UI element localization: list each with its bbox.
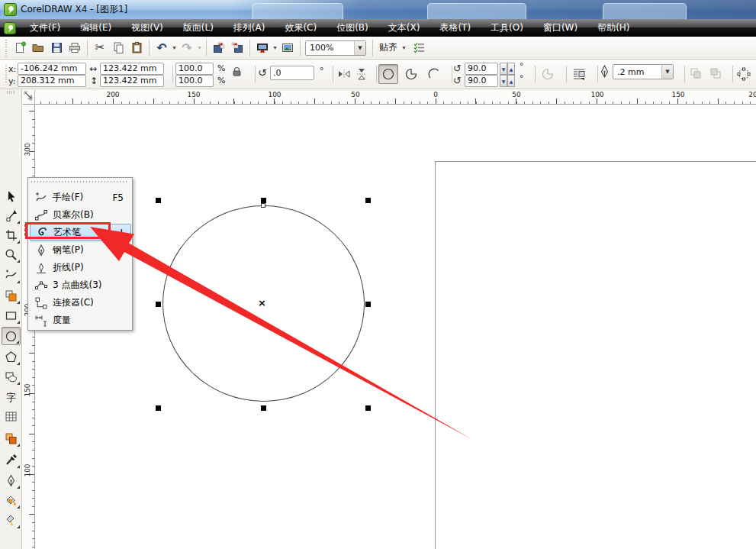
freehand-tool[interactable] (2, 266, 21, 284)
clockwise-arc-button[interactable] (538, 64, 558, 84)
ruler-origin[interactable] (23, 90, 35, 105)
flyout-item-pen[interactable]: 钢笔(P) (30, 241, 131, 259)
end-angle-field[interactable]: 90.0 (465, 75, 498, 87)
cut-button[interactable]: ✂ (91, 39, 109, 57)
selection-handle-top-right[interactable] (365, 198, 371, 203)
selection-handle-bottom-right[interactable] (365, 405, 371, 411)
scale-horizontal-field[interactable]: 100.0 (175, 63, 214, 75)
flyout-item-polyline[interactable]: 折线(P) (30, 259, 131, 276)
mirror-horizontal-button[interactable] (336, 66, 352, 82)
toolbox-grip[interactable] (7, 91, 16, 94)
interactive-blend-tool[interactable] (2, 429, 21, 447)
toolbar-grip[interactable] (5, 40, 8, 57)
selection-handle-middle-left[interactable] (156, 302, 161, 307)
flyout-tearoff-handle[interactable] (31, 180, 129, 184)
menu-text[interactable]: 文本(X) (378, 19, 430, 37)
save-button[interactable] (47, 39, 66, 57)
object-height-field[interactable]: 123.422 mm (100, 75, 164, 87)
interactive-fill-tool[interactable] (2, 511, 21, 529)
basic-shapes-tool[interactable] (2, 367, 21, 386)
to-back-button[interactable] (706, 64, 725, 82)
outline-width-arrow[interactable]: ▼ (661, 65, 673, 79)
menu-table[interactable]: 表格(T) (429, 19, 481, 37)
start-angle-up-button[interactable]: ▲ (507, 63, 515, 75)
undo-dropdown-arrow[interactable]: ▾ (171, 44, 178, 51)
selection-handle-bottom-center[interactable] (261, 405, 266, 411)
object-center-mark[interactable]: × (258, 297, 266, 308)
start-angle-field[interactable]: 90.0 (465, 63, 498, 75)
application-launcher-button[interactable] (253, 39, 272, 57)
menu-bitmaps[interactable]: 位图(B) (327, 19, 378, 37)
flyout-item-3-point-curve[interactable]: 3 点曲线(3) (30, 276, 131, 294)
zoom-tool[interactable] (2, 245, 21, 263)
lock-ratio-button[interactable] (230, 65, 243, 79)
y-position-field[interactable]: 208.312 mm (18, 75, 86, 87)
pie-mode-button[interactable] (401, 64, 421, 84)
menu-help[interactable]: 帮助(H) (587, 19, 639, 37)
flyout-item-dimension[interactable]: 度量 (30, 312, 131, 329)
selection-handle-middle-right[interactable] (365, 302, 371, 307)
selection-handle-top-center[interactable] (261, 198, 266, 203)
selection-handle-bottom-left[interactable] (156, 405, 161, 411)
outline-pen-tool[interactable] (2, 471, 21, 489)
menu-arrange[interactable]: 排列(A) (224, 19, 275, 37)
rectangle-tool[interactable] (2, 306, 21, 325)
welcome-screen-button[interactable] (278, 39, 297, 57)
drawing-canvas[interactable]: × (35, 105, 756, 549)
undo-button[interactable]: ↶ (153, 39, 171, 57)
table-tool[interactable] (2, 407, 21, 425)
zoom-combo-arrow[interactable]: ▼ (354, 41, 365, 55)
ellipse-node[interactable] (261, 203, 265, 208)
menu-file[interactable]: 文件(F) (20, 19, 70, 37)
launcher-dropdown-arrow[interactable]: ▾ (272, 44, 278, 51)
scale-vertical-field[interactable]: 100.0 (175, 75, 214, 87)
flyout-item-connector[interactable]: 连接器(C) (30, 294, 131, 312)
smart-fill-tool[interactable] (2, 286, 21, 305)
redo-dropdown-arrow[interactable]: ▾ (196, 44, 203, 51)
start-angle-down-button[interactable]: ▼ (500, 63, 507, 75)
rotation-angle-field[interactable]: .0 (270, 66, 314, 80)
arc-mode-button[interactable] (424, 64, 444, 84)
new-document-button[interactable] (11, 39, 29, 57)
eyedropper-tool[interactable] (2, 451, 21, 469)
outline-width-combobox[interactable]: .2 mm ▼ (613, 64, 674, 79)
x-position-field[interactable]: -106.242 mm (18, 63, 86, 75)
menu-layout[interactable]: 版面(L) (173, 19, 224, 37)
menu-tools[interactable]: 工具(O) (481, 19, 533, 37)
text-tool[interactable]: 字 (2, 388, 21, 406)
fill-tool[interactable] (2, 491, 21, 509)
flyout-item-bezier[interactable]: 贝塞尔(B) (30, 206, 131, 224)
export-button[interactable] (228, 39, 246, 57)
menu-effects[interactable]: 效果(C) (275, 19, 327, 37)
horizontal-ruler[interactable]: 200 150 100 50 0 50 100 150 20 (35, 90, 756, 105)
to-front-button[interactable] (687, 64, 705, 82)
ellipse-tool[interactable] (2, 327, 21, 345)
pick-tool[interactable] (2, 187, 21, 205)
crop-tool[interactable] (2, 226, 21, 244)
object-width-field[interactable]: 123.422 mm (100, 63, 164, 75)
menu-window[interactable]: 窗口(W) (533, 19, 587, 37)
polygon-tool[interactable] (2, 347, 21, 366)
print-button[interactable] (66, 39, 84, 57)
copy-button[interactable] (109, 39, 127, 57)
options-button[interactable] (410, 39, 429, 57)
end-angle-up-button[interactable]: ▲ (507, 75, 515, 87)
ellipse-mode-button[interactable] (378, 64, 398, 84)
convert-to-curves-button[interactable] (734, 64, 754, 84)
snap-button[interactable]: 贴齐 (376, 41, 401, 54)
menu-view[interactable]: 视图(V) (121, 19, 173, 37)
import-button[interactable] (210, 39, 228, 57)
zoom-level-combobox[interactable]: 100% ▼ (305, 40, 366, 56)
end-angle-down-button[interactable]: ▼ (500, 75, 507, 87)
shape-tool[interactable] (2, 206, 21, 224)
mirror-vertical-button[interactable] (353, 66, 370, 82)
paste-button[interactable] (127, 39, 146, 57)
property-bar: x: -106.242 mm y: 208.312 mm ↔ 123.422 m… (0, 60, 756, 89)
snap-dropdown-arrow[interactable]: ▾ (401, 44, 407, 51)
selection-handle-top-left[interactable] (156, 198, 161, 203)
redo-button[interactable]: ↷ (178, 39, 196, 57)
text-wrap-button[interactable] (569, 64, 589, 84)
menu-edit[interactable]: 编辑(E) (70, 19, 121, 37)
open-button[interactable] (29, 39, 47, 57)
flyout-item-freehand[interactable]: 手绘(F) F5 (30, 189, 131, 206)
